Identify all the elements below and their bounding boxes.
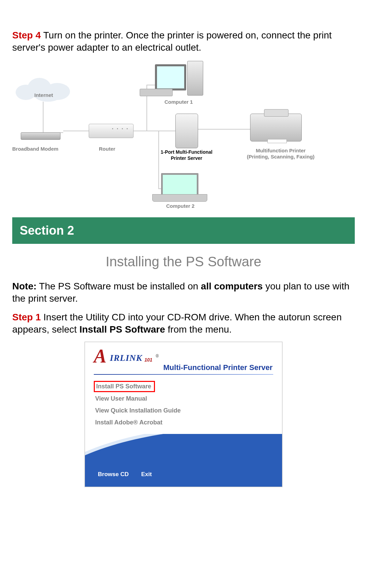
computer1-keyboard-icon: [140, 89, 173, 96]
note-paragraph: Note: The PS Software must be installed …: [12, 280, 355, 305]
logo-a-icon: A: [94, 350, 106, 363]
logo-registered-icon: ®: [156, 354, 159, 358]
autorun-top: A irLink 101 ® Multi-Functional Printer …: [85, 342, 282, 434]
note-t1: The PS Software must be installed on: [37, 281, 201, 291]
step1-t2: from the menu.: [165, 324, 232, 335]
wire: [197, 129, 250, 130]
browse-cd-link[interactable]: Browse CD: [98, 471, 129, 477]
step4-label: Step 4: [12, 30, 41, 40]
autorun-divider: [94, 374, 273, 375]
computer2-label: Computer 2: [166, 203, 194, 209]
printserver-label-2: Printer Server: [154, 155, 219, 161]
step1-bold: Install PS Software: [80, 324, 165, 335]
menu-view-manual[interactable]: View User Manual: [94, 393, 273, 404]
autorun-bottom-links: Browse CD Exit: [98, 471, 163, 478]
menu-view-qig[interactable]: View Quick Installation Guide: [94, 405, 273, 416]
menu-install-ps[interactable]: Install PS Software: [94, 381, 273, 393]
step4-paragraph: Step 4 Turn on the printer. Once the pri…: [12, 29, 355, 54]
autorun-footer: ////// Browse CD Exit: [85, 434, 282, 487]
router-icon: [89, 124, 134, 138]
network-diagram: Internet Broadband Modem Router Computer…: [12, 61, 352, 207]
airlink-logo: A irLink 101 ®: [94, 350, 273, 363]
menu-install-acrobat[interactable]: Install Adobe® Acrobat: [94, 417, 273, 428]
section-banner: Section 2: [12, 217, 355, 244]
step1-label: Step 1: [12, 312, 41, 322]
printer-label-2: (Printing, Scanning, Faxing): [243, 154, 318, 159]
printserver-label-1: 1-Port Multi-Functional: [154, 149, 219, 155]
logo-text: irLink: [110, 353, 142, 363]
modem-icon: [21, 132, 60, 140]
modem-label: Broadband Modem: [12, 146, 58, 152]
computer1-tower-icon: [187, 61, 203, 96]
logo-101: 101: [144, 357, 152, 363]
printer-label-1: Multifunction Printer: [243, 148, 318, 153]
menu-install-ps-label: Install PS Software: [94, 381, 155, 392]
router-label: Router: [99, 146, 115, 152]
computer1-label: Computer 1: [164, 99, 193, 105]
print-server-icon: [175, 114, 198, 148]
autorun-window: A irLink 101 ® Multi-Functional Printer …: [85, 342, 282, 487]
wire: [133, 131, 175, 131]
note-bold: all computers: [201, 281, 263, 291]
internet-label: Internet: [34, 92, 53, 98]
document-page: Step 4 Turn on the printer. Once the pri…: [0, 0, 367, 501]
computer2-screen-icon: [161, 173, 198, 197]
exit-link[interactable]: Exit: [141, 471, 152, 477]
section-subtitle: Installing the PS Software: [12, 254, 355, 269]
step4-text: Turn on the printer. Once the printer is…: [12, 30, 332, 53]
computer1-monitor-icon: [155, 64, 186, 90]
autorun-title: Multi-Functional Printer Server: [163, 363, 273, 372]
wire: [63, 131, 89, 131]
step1-paragraph: Step 1 Insert the Utility CD into your C…: [12, 311, 355, 336]
computer2-base-icon: [152, 194, 207, 202]
wire: [43, 102, 43, 132]
printer-icon: [250, 114, 302, 141]
note-label: Note:: [12, 281, 37, 291]
